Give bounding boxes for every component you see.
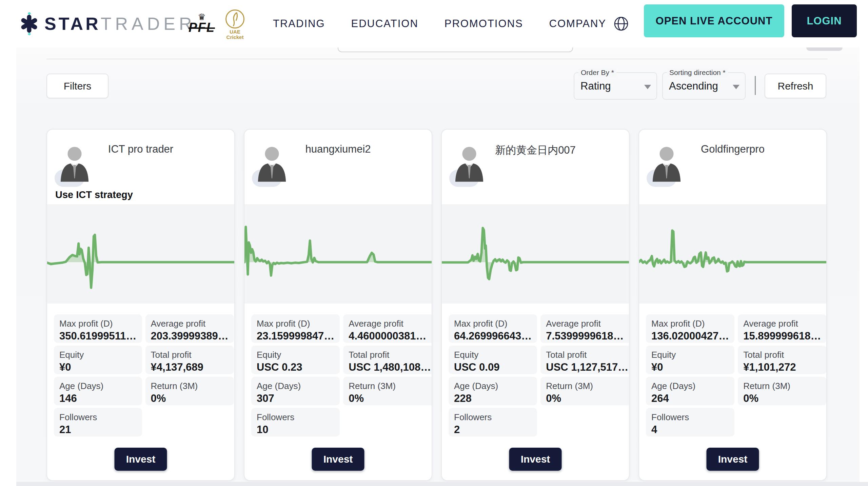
stat-value: 136.02000427… <box>651 329 729 343</box>
trader-card[interactable]: 新的黄金日内007 # 3 Max profit (D)64.269996643… <box>441 129 630 481</box>
stat-label: Followers <box>651 411 729 423</box>
stat-value: 0% <box>349 392 431 405</box>
filters-button[interactable]: Filters <box>46 74 108 98</box>
stat-box: EquityUSC 0.23 <box>251 346 340 374</box>
stat-value: ¥0 <box>59 361 137 374</box>
uae-cricket-partner-logo: UAE Cricket <box>224 9 246 40</box>
nav-education[interactable]: EDUCATION <box>351 18 418 30</box>
trader-card[interactable]: ICT pro trader # 1 Use ICT strategy Max … <box>46 129 235 481</box>
stat-label: Equity <box>257 349 334 361</box>
chevron-down-icon <box>733 85 739 89</box>
trader-avatar-icon <box>453 145 486 182</box>
stat-value: 228 <box>454 392 532 405</box>
equity-sparkline-chart <box>639 204 826 304</box>
stat-label: Followers <box>59 411 137 423</box>
stat-value: ¥1,101,272 <box>743 361 821 374</box>
equity-sparkline-chart <box>47 204 234 304</box>
trader-card[interactable]: Goldfingerpro # 4 Max profit (D)136.0200… <box>638 129 827 481</box>
equity-sparkline-chart <box>442 204 629 304</box>
stat-box: Average profit7.5399999618… <box>540 314 630 343</box>
stat-box: Max profit (D)23.159999847… <box>251 314 340 343</box>
stats-grid: Max profit (D)136.02000427…Average profi… <box>646 314 820 436</box>
stat-label: Age (Days) <box>651 380 729 392</box>
stat-box: Return (3M)0% <box>738 377 826 405</box>
stat-box: Followers4 <box>646 408 734 436</box>
stat-box: Followers21 <box>54 408 142 436</box>
stat-value: 307 <box>257 392 334 405</box>
nav-promotions[interactable]: PROMOTIONS <box>445 18 523 30</box>
stat-label: Return (3M) <box>349 380 431 392</box>
stat-label: Average profit <box>546 318 628 329</box>
stats-grid: Max profit (D)23.159999847…Average profi… <box>251 314 425 436</box>
stat-value: 2 <box>454 423 532 436</box>
startrader-logo[interactable]: STAR TRADER <box>19 12 196 35</box>
stat-box: Age (Days)264 <box>646 377 734 405</box>
trader-avatar-icon <box>58 145 91 182</box>
stat-box: Total profitUSC 1,480,108… <box>343 346 432 374</box>
stats-grid: Max profit (D)64.269996643…Average profi… <box>449 314 622 436</box>
nav-trading[interactable]: TRADING <box>273 18 325 30</box>
login-button[interactable]: LOGIN <box>792 4 857 37</box>
stat-label: Equity <box>454 349 532 361</box>
stat-value: 0% <box>743 392 821 405</box>
stat-box: Total profit¥4,137,689 <box>145 346 234 374</box>
stat-label: Age (Days) <box>257 380 334 392</box>
stat-label: Average profit <box>743 318 821 329</box>
trader-card[interactable]: huangxiumei2 # 2 Max profit (D)23.159999… <box>244 129 432 481</box>
stat-label: Total profit <box>743 349 821 361</box>
main-nav: TRADING EDUCATION PROMOTIONS COMPANY <box>273 0 606 47</box>
refresh-button[interactable]: Refresh <box>765 74 826 98</box>
stat-value: 15.899999618… <box>743 329 821 343</box>
order-by-select[interactable]: Order By * Rating <box>574 72 657 100</box>
stat-value: 146 <box>59 392 137 405</box>
stat-box: EquityUSC 0.09 <box>449 346 537 374</box>
logo-text-star: STAR <box>44 14 101 34</box>
pfl-partner-logo: ♛ PFL <box>185 14 219 35</box>
stat-box: Age (Days)146 <box>54 377 142 405</box>
stat-box: Total profit¥1,101,272 <box>738 346 826 374</box>
sorting-direction-value: Ascending <box>669 80 718 92</box>
stat-label: Equity <box>59 349 137 361</box>
stat-label: Average profit <box>151 318 229 329</box>
trader-cards-row: ICT pro trader # 1 Use ICT strategy Max … <box>46 129 827 481</box>
uae-cricket-falcon-icon <box>225 9 244 28</box>
stat-value: 0% <box>151 392 229 405</box>
stats-grid: Max profit (D)350.61999511…Average profi… <box>54 314 228 436</box>
stat-label: Equity <box>651 349 729 361</box>
stat-box: Age (Days)228 <box>449 377 537 405</box>
invest-button[interactable]: Invest <box>509 448 562 471</box>
open-live-account-button[interactable]: OPEN LIVE ACCOUNT <box>644 4 784 37</box>
stat-label: Followers <box>257 411 334 423</box>
order-by-value: Rating <box>580 80 611 92</box>
invest-button[interactable]: Invest <box>707 448 759 471</box>
stat-value: 264 <box>651 392 729 405</box>
stat-value: 4.4600000381… <box>349 329 431 343</box>
stat-box: Average profit15.899999618… <box>738 314 826 343</box>
stat-label: Return (3M) <box>546 380 628 392</box>
stat-label: Max profit (D) <box>454 318 532 329</box>
star-logo-icon <box>19 12 40 35</box>
section-divider <box>46 59 828 59</box>
horizontal-scrollbar[interactable] <box>16 482 868 486</box>
stat-box: Age (Days)307 <box>251 377 340 405</box>
top-navigation-bar: STAR TRADER ♛ PFL UAE Cricket TRADING ED… <box>0 0 868 47</box>
stat-box: Average profit203.39999389… <box>145 314 234 343</box>
stat-value: USC 1,480,108… <box>349 361 431 374</box>
chevron-down-icon <box>644 85 651 89</box>
stat-box: Max profit (D)136.02000427… <box>646 314 734 343</box>
stat-label: Total profit <box>151 349 229 361</box>
logo-text-trader: TRADER <box>101 14 196 34</box>
stat-box: Followers10 <box>251 408 340 436</box>
stat-box: Equity¥0 <box>54 346 142 374</box>
invest-button[interactable]: Invest <box>312 448 364 471</box>
stat-value: USC 1,127,517… <box>546 361 628 374</box>
stat-value: 4 <box>651 423 729 436</box>
sorting-direction-select[interactable]: Sorting direction * Ascending <box>662 72 746 100</box>
invest-button[interactable]: Invest <box>115 448 167 471</box>
nav-company[interactable]: COMPANY <box>549 18 606 30</box>
stat-label: Total profit <box>546 349 628 361</box>
language-globe-icon[interactable] <box>614 16 629 31</box>
stat-value: 7.5399999618… <box>546 329 628 343</box>
stat-box: Average profit4.4600000381… <box>343 314 432 343</box>
stat-value: 203.39999389… <box>151 329 229 343</box>
